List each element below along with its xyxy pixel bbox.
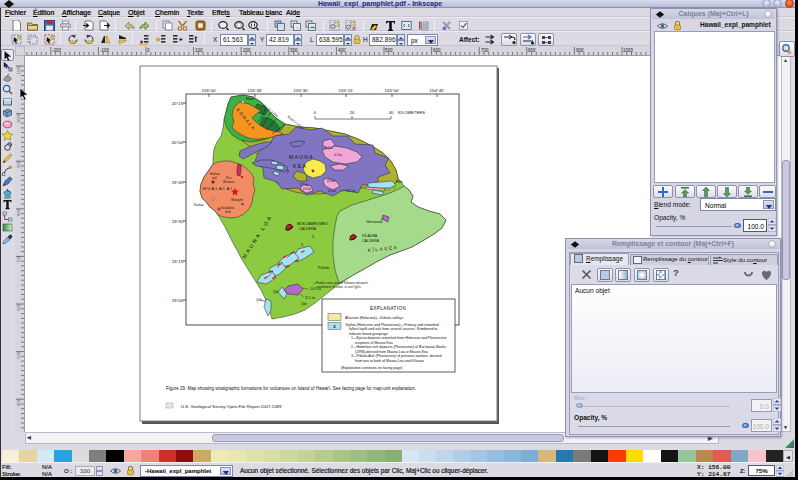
svg-text:19°30': 19°30' — [172, 219, 185, 224]
svg-text:155°00': 155°00' — [385, 88, 400, 93]
svg-text:4.4 ka: 4.4 ka — [303, 187, 311, 191]
svg-text:2: 2 — [384, 188, 386, 192]
svg-text:from one or both of Mauna Loa: from one or both of Mauna Loa and Kīlaue… — [355, 359, 424, 363]
svg-text:(1993),derived from Mauna Loa: (1993),derived from Mauna Loa or Mauna K… — [355, 350, 428, 354]
svg-text:900: 900 — [576, 48, 584, 53]
svg-text:EXPLANATION: EXPLANATION — [370, 306, 406, 311]
svg-text:Ka'ūpūlehu: Ka'ūpūlehu — [221, 206, 235, 210]
svg-text:800: 800 — [528, 48, 536, 53]
svg-text:HUALĀLAI: HUALĀLAI — [203, 186, 233, 191]
svg-text:2—Homelani ash deposits (Pleis: 2—Homelani ash deposits (Pleistocene) of… — [351, 345, 446, 349]
svg-text:shaft: shaft — [225, 210, 231, 214]
svg-text:4.5 ka: 4.5 ka — [328, 189, 336, 193]
svg-text:U.S. Geological Survey Open-Fi: U.S. Geological Survey Open-File Report … — [181, 404, 282, 409]
svg-text:southwest rift zone, in unit Q: southwest rift zone, in unit Qp1c — [317, 285, 361, 289]
svg-text:40: 40 — [389, 110, 394, 115]
svg-text:0: 0 — [147, 48, 150, 53]
svg-text:100: 100 — [195, 48, 203, 53]
svg-text:155°30': 155°30' — [294, 88, 309, 93]
svg-text:MAUNA: MAUNA — [289, 154, 314, 160]
svg-text:200: 200 — [243, 48, 251, 53]
svg-text:4.1 ka: 4.1 ka — [334, 153, 342, 157]
svg-text:155°15': 155°15' — [339, 88, 354, 93]
svg-text:800: 800 — [16, 208, 21, 215]
svg-text:20°00': 20°00' — [172, 140, 185, 145]
svg-text:Huehue: Huehue — [210, 172, 220, 176]
svg-text:–16.3 ka: –16.3 ka — [309, 287, 321, 291]
svg-text:-200: -200 — [52, 48, 62, 53]
svg-text:Glenwood: Glenwood — [366, 220, 382, 224]
svg-text:1—Ejecta deposits reworked fro: 1—Ejecta deposits reworked from Holocene… — [351, 336, 446, 340]
svg-text:700: 700 — [481, 48, 489, 53]
svg-text:500: 500 — [385, 48, 393, 53]
svg-text:19°15': 19°15' — [172, 259, 185, 264]
svg-text:Qkh: Qkh — [301, 302, 307, 306]
svg-text:31.1 ka: 31.1 ka — [305, 296, 315, 300]
svg-text:CALDERA: CALDERA — [299, 227, 317, 231]
svg-text:600: 600 — [16, 303, 21, 310]
svg-text:?: ? — [286, 169, 289, 175]
svg-text:300: 300 — [290, 48, 298, 53]
svg-text:14.1 ka: 14.1 ka — [346, 189, 356, 193]
svg-text:600: 600 — [433, 48, 441, 53]
svg-text:4.5 ka: 4.5 ka — [327, 179, 335, 183]
svg-text:20°15': 20°15' — [172, 101, 185, 106]
svg-text:Pu'u: Pu'u — [226, 176, 232, 180]
svg-text:Hawi: Hawi — [246, 97, 254, 101]
svg-text:(Explanation continues on faci: (Explanation continues on facing page) — [341, 366, 402, 370]
svg-text:155°45': 155°45' — [248, 88, 263, 93]
svg-text:3: 3 — [301, 243, 303, 247]
svg-text:eruptions of Mauna Kea: eruptions of Mauna Kea — [355, 341, 393, 345]
svg-text:Figure 29. Map showing stratig: Figure 29. Map showing stratigraphic for… — [166, 386, 416, 391]
svg-text:well: well — [212, 176, 217, 180]
svg-text:1000: 1000 — [623, 48, 634, 53]
svg-text:20: 20 — [350, 110, 355, 115]
svg-text:Tephra (Holocene and Pleistoce: Tephra (Holocene and Pleistocene)—Primar… — [345, 323, 439, 327]
svg-text:1100: 1100 — [16, 65, 21, 74]
svg-text:Qkh: Qkh — [273, 290, 279, 294]
svg-text:1000: 1000 — [16, 113, 21, 123]
svg-text:400: 400 — [338, 48, 346, 53]
svg-text:KILOMETERS: KILOMETERS — [398, 110, 425, 115]
svg-text:900: 900 — [16, 160, 21, 167]
svg-text:500: 500 — [16, 351, 21, 358]
svg-text:Hilo: Hilo — [396, 180, 403, 184]
svg-text:KEA: KEA — [293, 163, 307, 169]
svg-text:Alluvium (Holocene)—Kohala val: Alluvium (Holocene)—Kohala valleys — [345, 316, 403, 320]
svg-text:Pāhala: Pāhala — [318, 266, 329, 270]
svg-text:7.3 ka: 7.3 ka — [325, 146, 333, 150]
svg-text:19°45': 19°45' — [172, 180, 185, 185]
svg-text:Wahapele: Wahapele — [231, 198, 244, 202]
svg-text:19°00': 19°00' — [172, 298, 185, 303]
svg-text:Wa'awa'a: Wa'awa'a — [223, 180, 235, 184]
svg-text:CALDERA: CALDERA — [362, 239, 380, 243]
svg-text:400: 400 — [16, 398, 21, 405]
svg-text:700: 700 — [16, 255, 21, 262]
svg-text:154°45': 154°45' — [430, 88, 445, 93]
svg-text:-100: -100 — [100, 48, 110, 53]
svg-text:KĪLAUEA: KĪLAUEA — [362, 234, 378, 238]
svg-text:3: 3 — [312, 235, 314, 239]
svg-text:156°00': 156°00' — [202, 88, 217, 93]
svg-text:fallout lapilli and ash from s: fallout lapilli and ash from several sou… — [349, 327, 437, 331]
svg-text:Kailua: Kailua — [194, 203, 204, 207]
svg-text:indicate broad groupings:: indicate broad groupings: — [349, 332, 389, 336]
svg-text:3—Pāhala Ash (Pleistocene) of: 3—Pāhala Ash (Pleistocene) of previous w… — [351, 354, 442, 358]
svg-text:MOKU'ĀWEOWEO: MOKU'ĀWEOWEO — [297, 222, 328, 226]
